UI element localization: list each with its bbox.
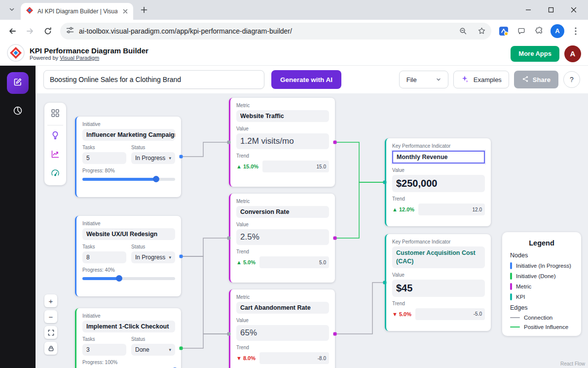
- spark-value: -5.0: [474, 311, 482, 317]
- legend-item-label: Connection: [524, 315, 552, 321]
- tasks-value-field[interactable]: 8: [82, 251, 126, 263]
- more-apps-button[interactable]: More Apps: [511, 46, 559, 62]
- status-dropdown[interactable]: In Progress▾: [131, 251, 175, 263]
- connection-handle[interactable]: [333, 237, 337, 240]
- status-label: Status: [131, 336, 175, 342]
- help-button[interactable]: ?: [563, 71, 580, 88]
- gauge-icon: [51, 168, 60, 179]
- share-button[interactable]: Share: [514, 71, 558, 88]
- browser-menu-kebab-icon[interactable]: [567, 23, 584, 40]
- initiative-title-field[interactable]: Implement 1-Click Checkout: [82, 321, 175, 332]
- zoom-in-button[interactable]: +: [44, 294, 57, 307]
- tasks-value-field[interactable]: 5: [82, 152, 126, 164]
- connection-handle[interactable]: [180, 347, 183, 350]
- tab-search-button[interactable]: [5, 3, 19, 17]
- trend-badge: ▼ 5.0%: [392, 311, 411, 317]
- palette-grid-button[interactable]: [46, 105, 64, 123]
- forward-button[interactable]: [22, 23, 38, 40]
- canvas-controls: + −: [44, 294, 57, 355]
- metric-value-field[interactable]: 2.5%: [236, 229, 329, 245]
- browser-profile-avatar[interactable]: A: [551, 24, 564, 38]
- extension-icon-colored[interactable]: [495, 23, 512, 40]
- connection-handle[interactable]: [180, 255, 183, 258]
- status-label: Status: [131, 145, 175, 150]
- window-close-button[interactable]: [562, 0, 585, 20]
- progress-label: Progress: 80%: [82, 168, 175, 173]
- metric-node-conversion-rate[interactable]: Metric Conversion Rate Value 2.5% Trend …: [229, 194, 335, 283]
- metric-value-field[interactable]: 1.2M visits/mo: [236, 133, 329, 149]
- chat-bubble-icon[interactable]: [513, 23, 530, 40]
- sidebar-item-charts[interactable]: [7, 104, 29, 120]
- site-favicon: [26, 6, 34, 16]
- file-menu-button[interactable]: File: [399, 71, 448, 88]
- slider-thumb[interactable]: [153, 176, 159, 182]
- connection-handle[interactable]: [180, 155, 183, 159]
- url-text[interactable]: ai-toolbox.visual-paradigm.com/app/kpi-p…: [79, 27, 451, 35]
- reload-button[interactable]: [39, 23, 56, 40]
- extensions-puzzle-icon[interactable]: [531, 23, 548, 40]
- window-minimize-button[interactable]: [517, 0, 540, 20]
- site-info-icon[interactable]: [66, 26, 74, 36]
- zoom-icon[interactable]: [456, 24, 470, 38]
- spark-value: 15.0: [317, 164, 326, 169]
- progress-slider[interactable]: [82, 176, 175, 183]
- connection-handle[interactable]: [383, 181, 387, 184]
- metric-value-field[interactable]: 65%: [236, 325, 329, 341]
- initiative-node-one-click-checkout[interactable]: Initiative Implement 1-Click Checkout Ta…: [75, 308, 181, 368]
- metric-node-website-traffic[interactable]: Metric Website Traffic Value 1.2M visits…: [229, 98, 335, 187]
- progress-slider[interactable]: [82, 275, 175, 282]
- initiative-title-field[interactable]: Influencer Marketing Campaign: [82, 129, 175, 141]
- tasks-value-field[interactable]: 3: [82, 344, 126, 356]
- lock-button[interactable]: [44, 342, 57, 355]
- prompt-input[interactable]: [43, 70, 264, 89]
- url-bar[interactable]: ai-toolbox.visual-paradigm.com/app/kpi-p…: [60, 23, 491, 40]
- node-type-label: Key Performance Indicator: [392, 143, 485, 149]
- connection-handle[interactable]: [383, 281, 387, 285]
- examples-button[interactable]: Examples: [453, 71, 509, 88]
- connection-handle[interactable]: [227, 237, 231, 240]
- window-maximize-button[interactable]: [540, 0, 562, 20]
- back-button[interactable]: [4, 23, 21, 40]
- connection-handle[interactable]: [333, 332, 337, 336]
- status-dropdown[interactable]: In Progress▾: [131, 152, 175, 164]
- palette-metric-button[interactable]: [46, 146, 64, 164]
- browser-tab[interactable]: AI KPI Diagram Builder | Visuali: [21, 3, 133, 20]
- tab-close-icon[interactable]: [121, 7, 129, 15]
- legend-nodes-heading: Nodes: [510, 252, 573, 259]
- metric-node-cart-abandonment[interactable]: Metric Cart Abandonment Rate Value 65% T…: [229, 289, 335, 368]
- initiative-node-influencer-marketing[interactable]: Initiative Influencer Marketing Campaign…: [75, 117, 181, 197]
- palette-kpi-button[interactable]: [46, 164, 64, 183]
- connection-handle[interactable]: [333, 141, 337, 144]
- kpi-value-field[interactable]: $45: [392, 280, 485, 297]
- connection-handle[interactable]: [227, 332, 231, 336]
- metric-title-field[interactable]: Website Traffic: [236, 110, 329, 122]
- kpi-node-customer-acquisition-cost[interactable]: Key Performance Indicator Customer Acqui…: [385, 234, 491, 331]
- palette-divider: [47, 125, 63, 125]
- initiative-title-field[interactable]: Website UX/UI Redesign: [82, 228, 175, 240]
- kpi-value-field[interactable]: $250,000: [392, 175, 485, 192]
- metric-title-field[interactable]: Cart Abandonment Rate: [236, 302, 329, 314]
- pie-chart-icon: [13, 106, 23, 118]
- slider-fill: [82, 178, 156, 181]
- kpi-node-monthly-revenue[interactable]: Key Performance Indicator Monthly Revenu…: [385, 138, 491, 226]
- user-avatar[interactable]: A: [564, 45, 581, 62]
- zoom-out-button[interactable]: −: [44, 310, 57, 323]
- diagram-canvas[interactable]: Initiative Influencer Marketing Campaign…: [36, 93, 588, 368]
- kpi-title-input[interactable]: Monthly Revenue: [392, 151, 485, 164]
- spark-value: -8.0: [318, 356, 326, 361]
- kpi-title-field[interactable]: Customer Acquisition Cost (CAC): [392, 246, 485, 268]
- metric-title-field[interactable]: Conversion Rate: [236, 206, 329, 218]
- generate-with-ai-button[interactable]: Generate with AI: [271, 70, 341, 89]
- bookmark-star-icon[interactable]: [475, 24, 488, 38]
- fit-view-button[interactable]: [44, 326, 57, 339]
- visual-paradigm-link[interactable]: Visual Paradigm: [60, 55, 99, 61]
- initiative-node-website-redesign[interactable]: Initiative Website UX/UI Redesign Tasks …: [75, 216, 181, 296]
- palette-initiative-button[interactable]: [46, 127, 64, 146]
- node-type-label: Initiative: [82, 221, 175, 226]
- status-dropdown[interactable]: Done▾: [131, 344, 175, 356]
- line-chart-icon: [51, 150, 60, 161]
- new-tab-button[interactable]: [137, 3, 151, 17]
- connection-handle[interactable]: [227, 141, 231, 144]
- sidebar-item-editor[interactable]: [7, 72, 29, 94]
- slider-thumb[interactable]: [116, 275, 122, 282]
